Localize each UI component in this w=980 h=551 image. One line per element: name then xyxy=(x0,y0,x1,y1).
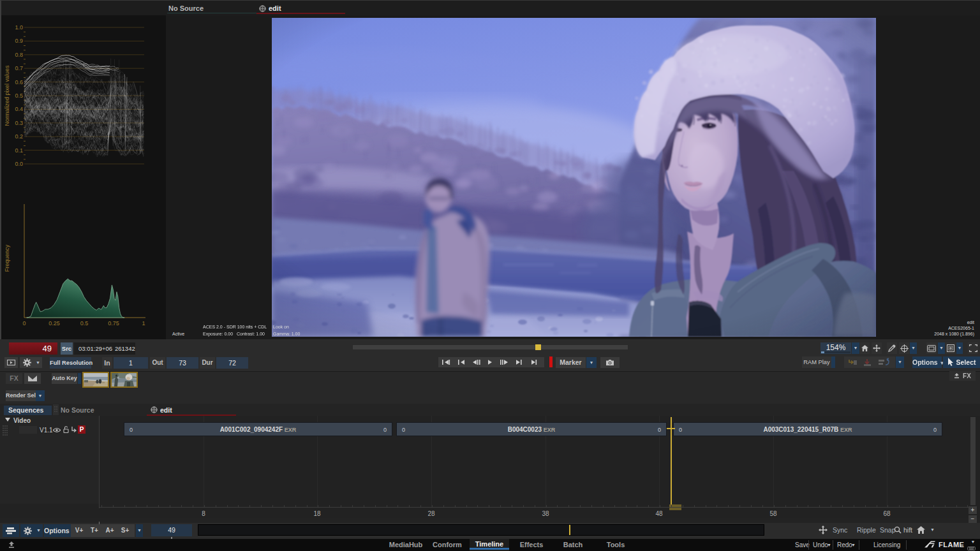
svg-text:0.7: 0.7 xyxy=(15,65,23,71)
svg-text:0.2: 0.2 xyxy=(15,133,23,140)
svg-text:0.8: 0.8 xyxy=(15,52,23,58)
svg-text:0: 0 xyxy=(22,320,26,327)
svg-text:0.5: 0.5 xyxy=(80,320,89,327)
svg-text:0.9: 0.9 xyxy=(15,38,23,44)
svg-text:1.0: 1.0 xyxy=(15,24,23,31)
svg-text:0.75: 0.75 xyxy=(108,320,119,327)
svg-text:0.3: 0.3 xyxy=(15,120,23,126)
svg-text:0.25: 0.25 xyxy=(48,320,60,327)
svg-text:0.5: 0.5 xyxy=(15,92,23,99)
svg-text:0.6: 0.6 xyxy=(15,79,23,85)
svg-text:0.1: 0.1 xyxy=(15,147,23,154)
svg-text:0.4: 0.4 xyxy=(15,106,23,112)
svg-text:1: 1 xyxy=(142,320,145,327)
svg-text:Frequency: Frequency xyxy=(4,244,10,272)
svg-text:0.0: 0.0 xyxy=(15,161,23,167)
svg-text:Normalized pixel values: Normalized pixel values xyxy=(4,65,10,126)
